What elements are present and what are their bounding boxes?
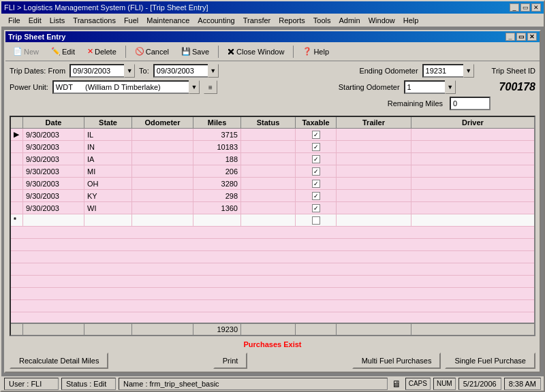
inner-minimize-button[interactable]: _ [505, 33, 515, 41]
menu-reports[interactable]: Reports [275, 15, 309, 26]
inner-close-button[interactable]: ✕ [527, 33, 537, 41]
outer-window-controls: _ ▭ ✕ [510, 3, 541, 12]
cell-taxable-new [296, 214, 337, 226]
cell-taxable [296, 202, 337, 214]
cell-odometer [132, 153, 193, 165]
table-row-empty [11, 239, 534, 251]
menu-transfer[interactable]: Transfer [239, 15, 275, 26]
from-date-dropdown[interactable]: ▼ [124, 64, 135, 78]
table-row[interactable]: 9/30/2003 IA 188 [11, 153, 534, 165]
row-indicator [11, 141, 23, 152]
menu-accounting[interactable]: Accounting [193, 15, 238, 26]
cell-status [241, 153, 296, 165]
cell-miles: 188 [193, 153, 241, 165]
remaining-miles-input[interactable] [450, 97, 490, 110]
taxable-checkbox[interactable] [312, 167, 320, 176]
power-unit-dropdown[interactable]: ▼ [189, 80, 200, 94]
grid-footer: 19230 [11, 323, 534, 335]
menu-maintenance[interactable]: Maintenance [142, 15, 193, 26]
taxable-checkbox-new[interactable] [312, 216, 320, 225]
table-row-new[interactable]: * [11, 214, 534, 227]
taxable-checkbox[interactable] [312, 204, 320, 212]
save-button[interactable]: 💾 Save [176, 44, 214, 59]
taxable-checkbox[interactable] [312, 155, 320, 163]
menu-window[interactable]: Window [364, 15, 399, 26]
table-row[interactable]: 9/30/2003 KY 298 [11, 190, 534, 202]
minimize-button[interactable]: _ [510, 3, 519, 12]
restore-button[interactable]: ▭ [520, 3, 530, 12]
power-unit-list-button[interactable]: ≡ [204, 80, 217, 94]
recalculate-button[interactable]: Recalculate Detail Miles [10, 353, 108, 369]
menu-edit[interactable]: Edit [25, 15, 46, 26]
ending-odometer-dropdown[interactable]: ▼ [463, 64, 474, 78]
table-row[interactable]: 9/30/2003 MI 206 [11, 165, 534, 178]
taxable-checkbox[interactable] [312, 192, 320, 200]
table-row[interactable]: 9/30/2003 IN 10183 [11, 141, 534, 153]
bottom-buttons: Recalculate Detail Miles Print Multi Fue… [5, 350, 540, 372]
footer-odometer [132, 324, 193, 335]
cell-driver-new [411, 214, 534, 226]
ending-odometer-input[interactable] [422, 64, 463, 78]
starting-odometer-dropdown[interactable]: ▼ [445, 80, 456, 94]
cell-date: 9/30/2003 [23, 153, 84, 165]
to-date-dropdown[interactable]: ▼ [208, 64, 219, 78]
multi-fuel-button[interactable]: Multi Fuel Purchases [352, 353, 441, 369]
close-button[interactable]: ✕ [531, 3, 541, 12]
edit-button[interactable]: ✏️ Edit [46, 44, 80, 59]
cell-status [241, 129, 296, 140]
menu-admin[interactable]: Admin [335, 15, 364, 26]
inner-window-controls: _ ▭ ✕ [505, 33, 537, 41]
form-row-1: Trip Dates: From ▼ To: ▼ Ending Odometer [10, 64, 535, 78]
trip-dates-label: Trip Dates: From [10, 67, 65, 75]
form-area: Trip Dates: From ▼ To: ▼ Ending Odometer [5, 61, 540, 116]
footer-driver [411, 324, 534, 335]
starting-odometer-input[interactable] [404, 80, 445, 94]
num-indicator: NUM [433, 378, 456, 390]
cell-driver [411, 190, 534, 201]
menu-bar: File Edit Lists Transactions Fuel Mainte… [1, 14, 544, 27]
table-row-empty [11, 288, 534, 300]
help-button[interactable]: ❓ Help [298, 44, 334, 59]
single-fuel-button[interactable]: Single Fuel Purchase [445, 353, 535, 369]
cancel-button[interactable]: 🚫 Cancel [130, 44, 174, 59]
taxable-checkbox[interactable] [312, 143, 320, 151]
close-window-button[interactable]: 🗙 Close Window [223, 44, 289, 59]
from-date-input[interactable] [69, 64, 124, 78]
col-odometer: Odometer [132, 117, 193, 128]
cell-trailer [337, 165, 411, 177]
inner-restore-button[interactable]: ▭ [516, 33, 526, 41]
menu-file[interactable]: File [4, 15, 25, 26]
new-button[interactable]: 📄 New [8, 44, 44, 59]
cell-trailer [337, 202, 411, 214]
from-date-wrapper: ▼ [69, 64, 135, 78]
save-icon: 💾 [181, 47, 191, 56]
cell-driver [411, 141, 534, 152]
cell-taxable [296, 141, 337, 152]
cell-odometer [132, 129, 193, 140]
ending-odometer-wrapper: ▼ [422, 64, 474, 78]
taxable-checkbox[interactable] [312, 180, 320, 188]
row-indicator [11, 165, 23, 177]
status-form-name: Name : frm_trip_sheet_basic [119, 378, 388, 390]
delete-button[interactable]: ✕ Delete [82, 44, 121, 59]
to-date-wrapper: ▼ [153, 64, 219, 78]
cell-driver [411, 202, 534, 214]
table-row[interactable]: ▶ 9/30/2003 IL 3715 [11, 129, 534, 141]
menu-transactions[interactable]: Transactions [69, 15, 120, 26]
menu-fuel[interactable]: Fuel [120, 15, 142, 26]
menu-tools[interactable]: Tools [309, 15, 335, 26]
power-unit-input[interactable] [52, 80, 189, 94]
menu-help[interactable]: Help [399, 15, 423, 26]
to-date-input[interactable] [153, 64, 208, 78]
col-state: State [84, 117, 132, 128]
taxable-checkbox[interactable] [312, 131, 320, 139]
table-row[interactable]: 9/30/2003 OH 3280 [11, 178, 534, 190]
cell-state: KY [84, 190, 132, 201]
print-button[interactable]: Print [213, 353, 248, 369]
menu-lists[interactable]: Lists [46, 15, 69, 26]
table-row[interactable]: 9/30/2003 WI 1360 [11, 202, 534, 214]
row-indicator [11, 202, 23, 214]
cell-odometer [132, 165, 193, 177]
cell-date: 9/30/2003 [23, 141, 84, 152]
cell-driver [411, 165, 534, 177]
